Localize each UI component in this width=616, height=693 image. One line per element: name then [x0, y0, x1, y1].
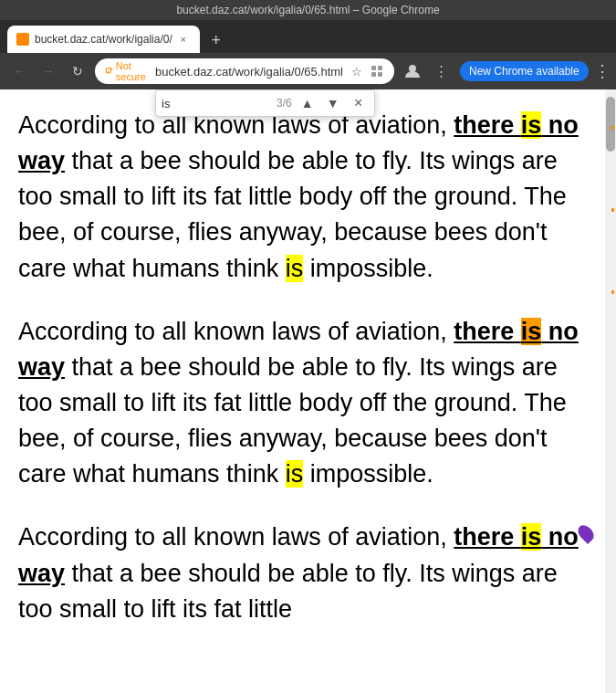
find-next-button[interactable]: ▼	[323, 93, 343, 113]
find-close-button[interactable]: ×	[349, 93, 369, 113]
p2-highlight-is-2: is	[286, 460, 304, 488]
address-bar-icons: ☆	[349, 63, 385, 79]
paragraph-3: According to all known laws of aviation,…	[18, 520, 587, 626]
title-bar: bucket.daz.cat/work/igalia/0/65.html – G…	[0, 0, 616, 20]
settings-button[interactable]: ⋮	[429, 58, 454, 84]
bookmark-icon[interactable]: ☆	[349, 63, 365, 79]
browser-content-wrapper: According to all known laws of aviation,…	[0, 89, 616, 693]
paragraph-1: According to all known laws of aviation,…	[18, 108, 587, 287]
find-input[interactable]	[162, 97, 271, 110]
window-title: bucket.daz.cat/work/igalia/0/65.html – G…	[9, 4, 607, 16]
p3-highlight-is-1: is	[521, 523, 542, 551]
address-bar: ← → ↻ Not secure bucket.daz.cat/work/iga…	[0, 53, 616, 89]
p2-text-middle: that a bee should be able to fly. Its wi…	[18, 353, 567, 488]
svg-rect-6	[378, 72, 382, 77]
svg-rect-4	[378, 66, 382, 70]
tab-bar: bucket.daz.cat/work/igalia/0/ × +	[0, 20, 616, 53]
tab-title: bucket.daz.cat/work/igalia/0/	[35, 33, 172, 46]
find-bar: 3/6 ▲ ▼ ×	[155, 89, 375, 117]
scrollbar-thumb[interactable]	[606, 97, 615, 152]
toolbar-right: ⋮	[400, 58, 454, 84]
p1-highlight-is-1: is	[521, 111, 542, 139]
security-label: Not secure	[116, 60, 150, 82]
back-button[interactable]: ←	[7, 59, 31, 83]
security-indicator: Not secure	[104, 60, 150, 82]
forward-button[interactable]: →	[37, 59, 60, 83]
scrollbar-track[interactable]	[605, 89, 616, 693]
active-tab[interactable]: bucket.daz.cat/work/igalia/0/ ×	[7, 26, 200, 53]
svg-rect-5	[371, 72, 376, 77]
scroll-marker-3	[611, 290, 614, 294]
p1-highlight-is-2: is	[286, 255, 304, 282]
find-previous-button[interactable]: ▲	[298, 93, 318, 113]
svg-rect-3	[371, 66, 376, 70]
page-content: According to all known laws of aviation,…	[0, 89, 605, 693]
scroll-marker-2	[611, 208, 614, 212]
tab-favicon	[16, 33, 29, 46]
p3-text-before: According to all known laws of aviation,	[18, 523, 454, 551]
scroll-marker-1	[611, 126, 614, 130]
chrome-update-banner[interactable]: New Chrome available	[460, 61, 589, 81]
tab-close-button[interactable]: ×	[176, 32, 191, 47]
profile-button[interactable]	[400, 58, 425, 84]
p2-highlight-is-1: is	[521, 318, 542, 345]
paragraph-2: According to all known laws of aviation,…	[18, 314, 587, 493]
find-count: 3/6	[277, 97, 292, 110]
p3-text-middle: that a bee should be able to fly. Its wi…	[18, 560, 558, 623]
new-tab-button[interactable]: +	[204, 27, 229, 53]
url-text: bucket.daz.cat/work/igalia/0/65.html	[155, 65, 343, 79]
more-options-button[interactable]: ⋮	[594, 58, 611, 84]
p2-text-before: According to all known laws of aviation,	[18, 318, 454, 345]
reload-button[interactable]: ↻	[66, 59, 89, 83]
svg-point-7	[409, 65, 416, 72]
url-bar[interactable]: Not secure bucket.daz.cat/work/igalia/0/…	[95, 58, 394, 84]
extension-icon[interactable]	[369, 63, 385, 79]
p1-text-middle: that a bee should be able to fly. Its wi…	[18, 147, 567, 281]
